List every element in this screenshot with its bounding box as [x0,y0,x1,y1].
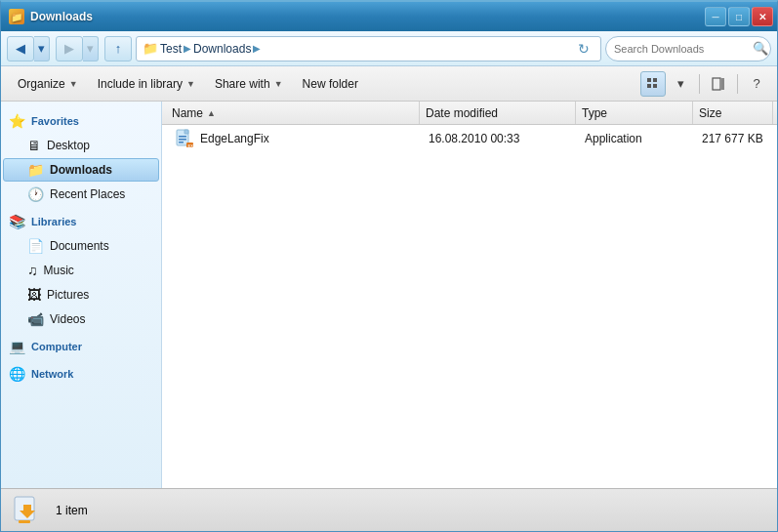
col-type-label: Type [582,106,607,120]
search-input[interactable] [614,43,749,55]
title-bar-controls: ─ □ ✕ [705,7,773,26]
nav-bar: ◀ ▾ ▶ ▾ ↑ 📁 Test ▶ Downloads ▶ ↻ 🔍 [1,31,777,66]
search-box[interactable]: 🔍 [605,36,771,61]
sidebar-label-computer: Computer [31,341,82,352]
organize-dropdown-arrow: ▼ [69,79,78,89]
svg-rect-9 [179,139,186,141]
svg-text:EXE: EXE [188,143,195,148]
col-name-label: Name [172,106,203,120]
svg-rect-0 [647,78,651,82]
sidebar-header-computer[interactable]: 💻 Computer [1,335,161,358]
sidebar-item-documents[interactable]: 📄 Documents [3,234,159,258]
content-area: ⭐ Favorites 🖥 Desktop 📁 Downloads 🕐 Rece… [1,102,777,488]
include-library-button[interactable]: Include in library ▼ [89,71,204,97]
path-root: Test [160,42,182,56]
up-button[interactable]: ↑ [104,36,132,61]
sidebar-label-recent-places: Recent Places [50,187,125,201]
minimize-button[interactable]: ─ [705,7,726,26]
downloads-folder-icon: 📁 [27,162,44,178]
sidebar-header-libraries[interactable]: 📚 Libraries [1,210,161,233]
col-header-size[interactable]: Size [693,102,773,124]
sidebar-label-desktop: Desktop [47,139,90,152]
file-type: Application [585,132,642,145]
sidebar-item-videos[interactable]: 📹 Videos [3,307,159,331]
share-with-label: Share with [215,77,270,91]
forward-dropdown-button[interactable]: ▾ [83,36,99,61]
music-icon: ♫ [27,263,38,278]
col-header-date[interactable]: Date modified [420,102,576,124]
path-arrow-2: ▶ [253,43,261,54]
organize-label: Organize [18,77,65,91]
sidebar-header-favorites[interactable]: ⭐ Favorites [1,109,161,133]
toolbar-separator [699,74,700,94]
svg-rect-8 [179,136,186,138]
file-date: 16.08.2010 00:33 [429,132,519,145]
maximize-button[interactable]: □ [728,7,750,26]
organize-button[interactable]: Organize ▼ [9,71,87,97]
col-date-label: Date modified [426,106,498,120]
sidebar-label-pictures: Pictures [47,288,89,302]
sidebar-item-pictures[interactable]: 🖼 Pictures [3,283,159,307]
title-bar-left: 📁 Downloads [9,9,93,24]
views-button[interactable] [640,71,666,97]
network-icon: 🌐 [9,366,25,382]
svg-rect-7 [184,130,188,134]
col-size-label: Size [699,106,721,120]
recent-places-icon: 🕐 [27,186,44,202]
sidebar-item-downloads[interactable]: 📁 Downloads [3,158,159,182]
back-button[interactable]: ◀ [7,36,34,61]
sidebar-label-downloads: Downloads [50,163,112,177]
sidebar-item-music[interactable]: ♫ Music [3,259,159,282]
toolbar-separator-2 [737,74,738,94]
close-button[interactable]: ✕ [752,7,773,26]
file-exe-icon: EXE [175,129,194,148]
views-dropdown-button[interactable]: ▾ [668,71,693,97]
file-list-header: Name ▲ Date modified Type Size [162,102,777,125]
sidebar-group-computer: 💻 Computer [1,335,161,358]
videos-icon: 📹 [27,311,44,327]
include-library-dropdown-arrow: ▼ [186,79,195,89]
svg-rect-4 [713,78,720,90]
pictures-icon: 🖼 [27,287,41,303]
sidebar-group-libraries: 📚 Libraries 📄 Documents ♫ Music 🖼 Pictur… [1,210,161,331]
file-date-cell: 16.08.2010 00:33 [423,132,579,145]
refresh-button[interactable]: ↻ [573,38,594,60]
help-label: ? [753,76,759,91]
address-bar[interactable]: 📁 Test ▶ Downloads ▶ ↻ [136,36,601,61]
status-download-icon [13,495,44,526]
include-library-label: Include in library [98,77,183,91]
back-dropdown-button[interactable]: ▾ [34,36,50,61]
status-item-count: 1 item [56,504,88,517]
file-type-cell: Application [579,132,696,145]
path-folder-icon: 📁 [143,41,158,56]
path-arrow-1: ▶ [184,43,191,54]
sidebar-header-network[interactable]: 🌐 Network [1,362,161,386]
svg-rect-2 [647,84,651,88]
sort-arrow-name: ▲ [207,108,216,118]
sidebar-label-music: Music [44,264,74,277]
explorer-window: 📁 Downloads ─ □ ✕ ◀ ▾ ▶ ▾ ↑ 📁 Test ▶ Dow… [0,0,778,532]
favorites-icon: ⭐ [9,113,25,129]
forward-button[interactable]: ▶ [56,36,83,61]
table-row[interactable]: EXE EdgeLangFix 16.08.2010 00:33 Applica… [164,126,775,151]
path-current: Downloads [193,42,251,56]
documents-icon: 📄 [27,238,44,254]
toolbar: Organize ▼ Include in library ▼ Share wi… [1,66,777,102]
share-with-button[interactable]: Share with ▼ [206,71,292,97]
col-header-name[interactable]: Name ▲ [166,102,420,124]
sidebar-label-videos: Videos [50,312,85,326]
sidebar-label-libraries: Libraries [31,216,76,227]
col-header-type[interactable]: Type [576,102,693,124]
sidebar-item-desktop[interactable]: 🖥 Desktop [3,134,159,157]
preview-pane-icon [712,77,725,91]
sidebar-item-recent-places[interactable]: 🕐 Recent Places [3,183,159,206]
sidebar: ⭐ Favorites 🖥 Desktop 📁 Downloads 🕐 Rece… [1,102,162,488]
file-name-cell: EXE EdgeLangFix [169,129,423,148]
help-button[interactable]: ? [744,71,769,97]
status-bar: 1 item [1,488,777,531]
sidebar-group-favorites: ⭐ Favorites 🖥 Desktop 📁 Downloads 🕐 Rece… [1,109,161,206]
file-list: Name ▲ Date modified Type Size [162,102,777,488]
new-folder-button[interactable]: New folder [294,71,367,97]
preview-pane-button[interactable] [706,71,731,97]
search-icon[interactable]: 🔍 [753,41,768,56]
